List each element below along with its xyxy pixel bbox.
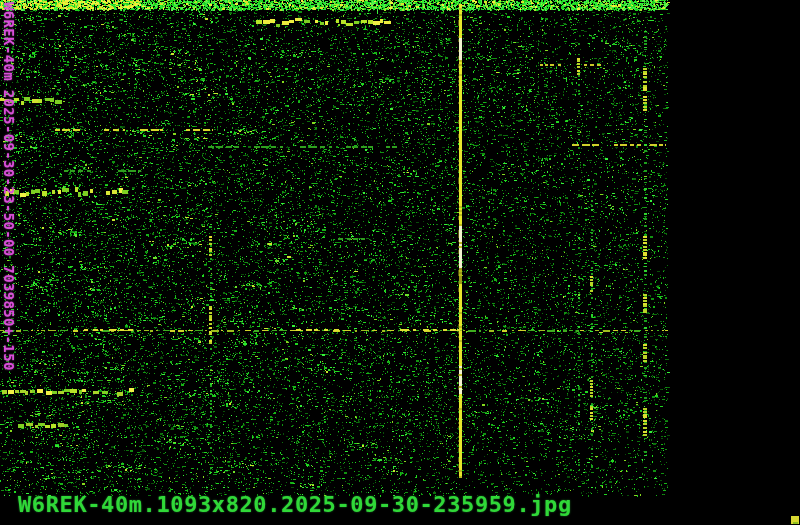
station-timestamp-label: W6REK-40m 2025-09-30-23-50-00 7039850+-1… (1, 2, 17, 371)
spectrogram-canvas (0, 0, 800, 525)
filename-caption: W6REK-40m.1093x820.2025-09-30-235959.jpg (18, 493, 572, 517)
spectrogram-image: W6REK-40m 2025-09-30-23-50-00 7039850+-1… (0, 0, 800, 525)
